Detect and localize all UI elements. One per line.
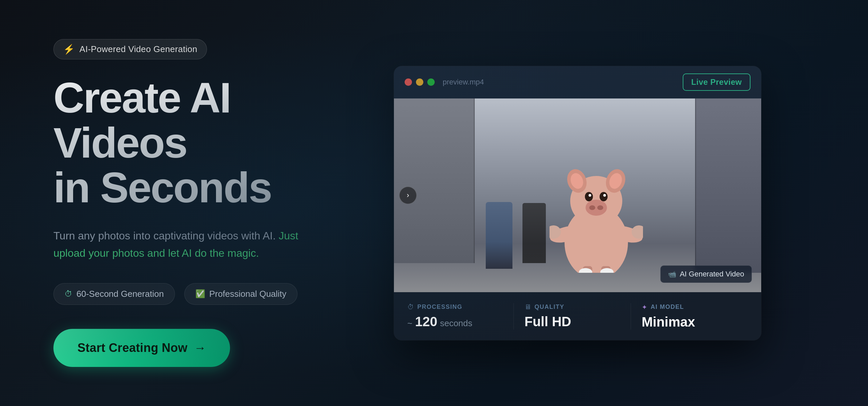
video-scene	[394, 98, 761, 292]
ai-video-label: 📹 AI Generated Video	[660, 266, 752, 283]
badge-label: AI-Powered Video Generation	[80, 44, 197, 55]
stat-ai-model: ✦ AI MODEL Minimax	[631, 303, 748, 330]
right-panel: preview.mp4 Live Preview	[394, 66, 761, 340]
stat-quality-value: Full HD	[524, 314, 571, 329]
stat-processing-prefix: ~	[407, 318, 412, 329]
browser-filename: preview.mp4	[443, 78, 683, 87]
pig-mascot	[550, 146, 643, 273]
stat-quality-value-row: Full HD	[524, 314, 620, 329]
stat-processing-value: 120	[415, 314, 437, 329]
stat-processing-label: PROCESSING	[417, 304, 462, 311]
sub-text-plain: Turn any photos into captivating videos …	[54, 230, 276, 242]
ai-badge: ⚡ AI-Powered Video Generation	[54, 39, 207, 59]
svg-point-17	[589, 205, 595, 210]
window-maximize-btn[interactable]	[427, 79, 435, 86]
live-preview-badge: Live Preview	[683, 73, 750, 91]
feature-badge-speed: ⏱ 60-Second Generation	[54, 283, 175, 305]
page-container: ⚡ AI-Powered Video Generation Create AI …	[0, 0, 868, 406]
sparkle-stat-icon: ✦	[642, 303, 647, 311]
left-panel: ⚡ AI-Powered Video Generation Create AI …	[54, 39, 354, 367]
feature-label-quality: Professional Quality	[209, 289, 286, 299]
svg-point-14	[589, 194, 591, 197]
svg-point-18	[597, 205, 603, 210]
feature-badges: ⏱ 60-Second Generation ✅ Professional Qu…	[54, 283, 354, 305]
svg-point-15	[603, 194, 606, 197]
stat-model-value-row: Minimax	[642, 314, 737, 330]
monitor-stat-icon: 🖥	[524, 303, 531, 311]
stat-quality: 🖥 QUALITY Full HD	[514, 303, 631, 330]
browser-titlebar: preview.mp4 Live Preview	[394, 66, 761, 98]
lightning-icon: ⚡	[63, 45, 75, 54]
cta-arrow-icon: →	[194, 341, 206, 355]
stat-quality-label: QUALITY	[534, 304, 564, 311]
building-left	[394, 98, 475, 263]
stat-model-value: Minimax	[642, 314, 695, 330]
video-area: › 📹 AI Generated Video	[394, 98, 761, 292]
clock-stat-icon: ⏱	[407, 303, 414, 311]
ai-video-text: AI Generated Video	[680, 270, 744, 278]
building-right	[695, 98, 761, 273]
video-camera-icon: 📹	[668, 270, 676, 278]
stat-quality-label-row: 🖥 QUALITY	[524, 303, 620, 311]
browser-window: preview.mp4 Live Preview	[394, 66, 761, 340]
stat-processing: ⏱ PROCESSING ~ 120 seconds	[407, 303, 514, 330]
window-minimize-btn[interactable]	[416, 79, 423, 86]
window-controls	[405, 79, 435, 86]
pig-svg	[550, 146, 643, 273]
sub-text: Turn any photos into captivating videos …	[54, 227, 307, 261]
main-heading: Create AI Videos in Seconds	[54, 75, 354, 210]
person-background-left	[486, 202, 513, 269]
checkmark-icon: ✅	[195, 289, 205, 299]
stat-processing-label-row: ⏱ PROCESSING	[407, 303, 503, 311]
stat-model-label: AI MODEL	[651, 304, 684, 311]
cta-button[interactable]: Start Creating Now →	[54, 329, 230, 367]
person-background-right	[523, 203, 546, 263]
stats-bar: ⏱ PROCESSING ~ 120 seconds 🖥 QUALITY	[394, 292, 761, 340]
stat-processing-value-row: ~ 120 seconds	[407, 314, 503, 329]
svg-point-12	[585, 192, 593, 201]
window-close-btn[interactable]	[405, 79, 412, 86]
cta-button-label: Start Creating Now	[78, 341, 187, 355]
svg-point-16	[586, 200, 607, 216]
stat-model-label-row: ✦ AI MODEL	[642, 303, 737, 311]
feature-label-speed: 60-Second Generation	[76, 289, 164, 299]
nav-prev-arrow[interactable]: ›	[399, 187, 416, 204]
clock-icon: ⏱	[64, 289, 72, 299]
stat-processing-unit: seconds	[440, 318, 472, 329]
chevron-right-icon: ›	[407, 191, 409, 200]
feature-badge-quality: ✅ Professional Quality	[184, 283, 298, 305]
svg-point-13	[599, 192, 608, 201]
